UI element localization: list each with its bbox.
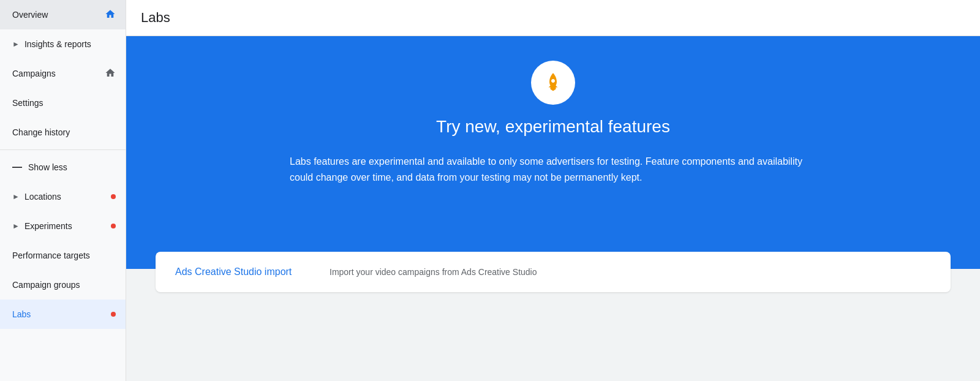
page-header: Labs — [126, 0, 980, 36]
sidebar-item-change-history[interactable]: Change history — [0, 118, 126, 147]
hero-title: Try new, experimental features — [436, 117, 670, 137]
show-less-button[interactable]: — Show less — [0, 153, 126, 182]
sidebar-item-campaigns-label: Campaigns — [12, 69, 105, 78]
sidebar-item-labs-label: Labs — [12, 309, 111, 319]
chevron-icon-insights: ► — [12, 40, 20, 48]
show-less-label: Show less — [28, 162, 67, 172]
experiments-dot — [111, 224, 116, 228]
feature-card-ads-creative-studio[interactable]: Ads Creative Studio import Import your v… — [156, 252, 951, 292]
sidebar-item-settings[interactable]: Settings — [0, 88, 126, 118]
chevron-icon-locations: ► — [12, 192, 20, 201]
dash-icon: — — [12, 162, 22, 173]
page-title: Labs — [141, 10, 965, 26]
sidebar-item-insights-reports[interactable]: ► Insights & reports — [0, 29, 126, 59]
feature-card-description: Import your video campaigns from Ads Cre… — [330, 267, 537, 277]
sidebar-item-overview[interactable]: Overview — [0, 0, 126, 29]
sidebar-item-campaign-groups[interactable]: Campaign groups — [0, 270, 126, 300]
hero-section: Try new, experimental features Labs feat… — [126, 36, 980, 269]
sidebar-item-settings-label: Settings — [12, 98, 116, 108]
rocket-circle — [531, 61, 575, 105]
feature-card-title[interactable]: Ads Creative Studio import — [175, 266, 310, 277]
main-content: Labs Try new, experimental features Labs… — [126, 0, 980, 381]
sidebar-item-performance-targets[interactable]: Performance targets — [0, 241, 126, 270]
card-section: Ads Creative Studio import Import your v… — [126, 269, 980, 381]
sidebar-item-campaign-groups-label: Campaign groups — [12, 280, 116, 290]
sidebar: Overview ► Insights & reports Campaigns … — [0, 0, 126, 381]
sidebar-item-labs[interactable]: Labs — [0, 300, 126, 329]
labs-dot — [111, 312, 116, 317]
sidebar-item-insights-label: Insights & reports — [24, 39, 116, 49]
sidebar-item-experiments[interactable]: ► Experiments — [0, 211, 126, 241]
sidebar-item-campaigns[interactable]: Campaigns — [0, 59, 126, 88]
sidebar-item-overview-label: Overview — [12, 10, 105, 20]
hero-description: Labs features are experimental and avail… — [290, 154, 816, 185]
rocket-icon — [542, 72, 564, 94]
campaigns-home-icon — [105, 67, 116, 80]
sidebar-item-change-history-label: Change history — [12, 127, 116, 137]
locations-dot — [111, 194, 116, 199]
sidebar-divider — [0, 149, 126, 150]
sidebar-item-locations-label: Locations — [24, 192, 111, 202]
sidebar-item-experiments-label: Experiments — [24, 221, 111, 231]
sidebar-item-locations[interactable]: ► Locations — [0, 182, 126, 211]
home-icon — [105, 9, 116, 21]
sidebar-item-performance-targets-label: Performance targets — [12, 251, 116, 260]
chevron-icon-experiments: ► — [12, 222, 20, 230]
